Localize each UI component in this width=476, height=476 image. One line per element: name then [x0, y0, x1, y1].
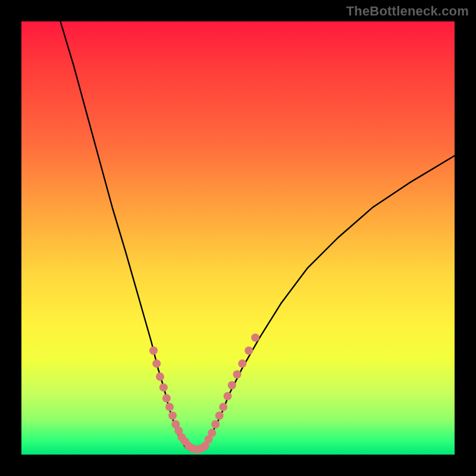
marker-dot — [156, 372, 164, 381]
marker-dot — [215, 411, 224, 419]
chart-frame: TheBottleneck.com — [0, 0, 476, 476]
marker-dot — [162, 394, 171, 402]
marker-dot — [238, 359, 246, 368]
series-right-curve — [203, 156, 455, 448]
marker-dot — [159, 383, 168, 392]
line-layer — [61, 21, 455, 450]
marker-dot — [245, 346, 253, 355]
marker-dot — [233, 370, 242, 378]
marker-dot — [152, 359, 161, 368]
marker-dot — [219, 403, 227, 411]
marker-dot — [149, 346, 158, 355]
marker-dot — [228, 381, 236, 390]
chart-svg — [21, 21, 455, 455]
marker-dot — [211, 420, 220, 428]
series-left-curve — [61, 21, 186, 448]
plot-area — [21, 21, 455, 455]
marker-dot — [224, 392, 232, 400]
marker-dot — [165, 403, 174, 411]
marker-dot — [208, 429, 216, 437]
marker-dot — [168, 411, 177, 419]
marker-dot — [251, 333, 259, 342]
watermark-text: TheBottleneck.com — [346, 4, 469, 19]
